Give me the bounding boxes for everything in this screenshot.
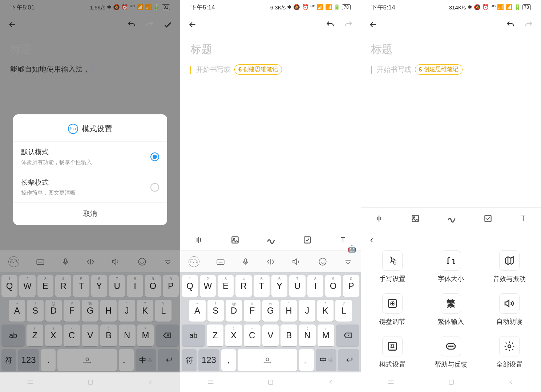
- key-R[interactable]: 4R: [235, 275, 251, 297]
- key-N[interactable]: ;N: [299, 324, 316, 346]
- nav-menu-icon[interactable]: [207, 378, 215, 386]
- key-U[interactable]: 7U: [289, 275, 305, 297]
- key-P[interactable]: 0P: [163, 275, 179, 297]
- key-space[interactable]: [238, 349, 297, 371]
- confirm-icon[interactable]: [161, 18, 174, 31]
- key-X[interactable]: )X: [45, 324, 62, 346]
- scribble-icon[interactable]: [447, 213, 457, 224]
- key-comma[interactable]: ，: [41, 349, 56, 371]
- checkbox-icon[interactable]: [483, 214, 493, 223]
- key-A[interactable]: ~A: [189, 300, 205, 322]
- key-K[interactable]: *K: [137, 300, 153, 322]
- key-123[interactable]: 123: [18, 349, 39, 371]
- option-elder-mode[interactable]: 长辈模式 操作简单，图文更清晰: [13, 172, 167, 202]
- key-Z[interactable]: (Z: [207, 324, 223, 346]
- key-I[interactable]: 8I: [307, 275, 323, 297]
- cursor-move-icon[interactable]: [86, 257, 95, 266]
- key-Y[interactable]: 6Y: [271, 275, 287, 297]
- collapse-icon[interactable]: [163, 257, 172, 266]
- keyboard-icon[interactable]: [36, 257, 45, 266]
- nav-home-icon[interactable]: [267, 379, 274, 386]
- checkbox-icon[interactable]: [303, 235, 312, 245]
- key-I[interactable]: 8I: [127, 275, 143, 297]
- undo-icon[interactable]: [504, 18, 517, 31]
- key-E[interactable]: 3E: [218, 275, 234, 297]
- undo-icon[interactable]: [125, 18, 138, 31]
- setting-7[interactable]: 帮助与反馈: [425, 336, 476, 369]
- nav-menu-icon[interactable]: [26, 378, 34, 386]
- key-V[interactable]: _V: [262, 324, 279, 346]
- collapse-icon[interactable]: [344, 257, 352, 266]
- key-F[interactable]: #F: [244, 300, 260, 322]
- key-lang[interactable]: 中/英: [316, 349, 336, 371]
- key-comma[interactable]: ，: [221, 349, 236, 371]
- setting-6[interactable]: 模式设置: [367, 336, 418, 369]
- key-space[interactable]: [57, 349, 117, 371]
- image-icon[interactable]: [411, 214, 420, 223]
- setting-2[interactable]: 音效与振动: [484, 250, 534, 283]
- back-icon[interactable]: [186, 18, 199, 31]
- key-Q[interactable]: 1Q: [182, 275, 198, 297]
- mic-icon[interactable]: [61, 257, 69, 266]
- key-O[interactable]: 9O: [145, 275, 161, 297]
- title-input[interactable]: 标题: [10, 42, 170, 57]
- key-O[interactable]: 9O: [325, 275, 341, 297]
- key-S[interactable]: !S: [207, 300, 224, 322]
- key-W[interactable]: 2W: [19, 275, 35, 297]
- text-format-icon[interactable]: [339, 236, 347, 244]
- key-enter[interactable]: [338, 349, 359, 371]
- nav-menu-icon[interactable]: [387, 378, 395, 386]
- nav-home-icon[interactable]: [87, 379, 94, 386]
- setting-4[interactable]: 繁繁体输入: [425, 293, 476, 326]
- body-text[interactable]: 能够自如地使用输入法，: [10, 64, 170, 74]
- setting-5[interactable]: 自动朗读: [484, 293, 534, 326]
- key-Y[interactable]: 6Y: [91, 275, 107, 297]
- key-R[interactable]: 4R: [55, 275, 71, 297]
- nav-back-icon[interactable]: [147, 379, 154, 386]
- setting-0[interactable]: 手写设置: [367, 250, 418, 283]
- option-default-mode[interactable]: 默认模式 体验所有功能，畅享个性输入: [13, 141, 167, 172]
- key-T[interactable]: 5T: [254, 275, 270, 297]
- setting-8[interactable]: 全部设置: [484, 336, 534, 369]
- key-case[interactable]: ab: [182, 324, 205, 346]
- emoji-badge-icon[interactable]: 🤖: [347, 244, 356, 253]
- key-D[interactable]: @D: [45, 300, 62, 322]
- radio-unselected-icon[interactable]: [150, 183, 159, 192]
- key-W[interactable]: 2W: [200, 275, 216, 297]
- settings-back-button[interactable]: ‹: [367, 229, 534, 250]
- key-H[interactable]: "H: [280, 300, 297, 322]
- key-case[interactable]: ab: [1, 324, 25, 346]
- emoji-icon[interactable]: [137, 257, 147, 266]
- cursor-move-icon[interactable]: [266, 257, 275, 266]
- text-format-icon[interactable]: [519, 214, 528, 223]
- radio-selected-icon[interactable]: [150, 152, 159, 161]
- key-P[interactable]: 0P: [343, 275, 359, 297]
- undo-icon[interactable]: [324, 18, 337, 31]
- emoji-icon[interactable]: [318, 257, 327, 266]
- editor-content[interactable]: 标题 开始书写或 €创建思维笔记: [180, 35, 360, 229]
- key-B[interactable]: :B: [100, 324, 117, 346]
- key-B[interactable]: :B: [280, 324, 297, 346]
- key-Z[interactable]: (Z: [27, 324, 43, 346]
- nav-back-icon[interactable]: [327, 379, 334, 386]
- key-D[interactable]: @D: [226, 300, 242, 322]
- key-lang[interactable]: 中/英: [136, 349, 156, 371]
- key-G[interactable]: %G: [262, 300, 279, 322]
- setting-3[interactable]: 键盘调节: [367, 293, 418, 326]
- speaker-icon[interactable]: [112, 257, 121, 266]
- key-L[interactable]: ?L: [335, 300, 352, 322]
- image-icon[interactable]: [230, 235, 240, 245]
- key-U[interactable]: 7U: [109, 275, 125, 297]
- key-C[interactable]: -C: [244, 324, 261, 346]
- create-mindmap-chip[interactable]: €创建思维笔记: [415, 64, 463, 75]
- key-period[interactable]: 。: [119, 349, 134, 371]
- key-symbol[interactable]: 符: [1, 349, 16, 371]
- voice-wave-icon[interactable]: [374, 213, 384, 224]
- key-Q[interactable]: 1Q: [1, 275, 17, 297]
- keyboard-icon[interactable]: [216, 257, 225, 266]
- key-symbol[interactable]: 符: [182, 349, 197, 371]
- key-K[interactable]: *K: [317, 300, 334, 322]
- key-H[interactable]: "H: [100, 300, 117, 322]
- body-input[interactable]: 开始书写或 €创建思维笔记: [371, 64, 531, 75]
- key-period[interactable]: 。: [299, 349, 314, 371]
